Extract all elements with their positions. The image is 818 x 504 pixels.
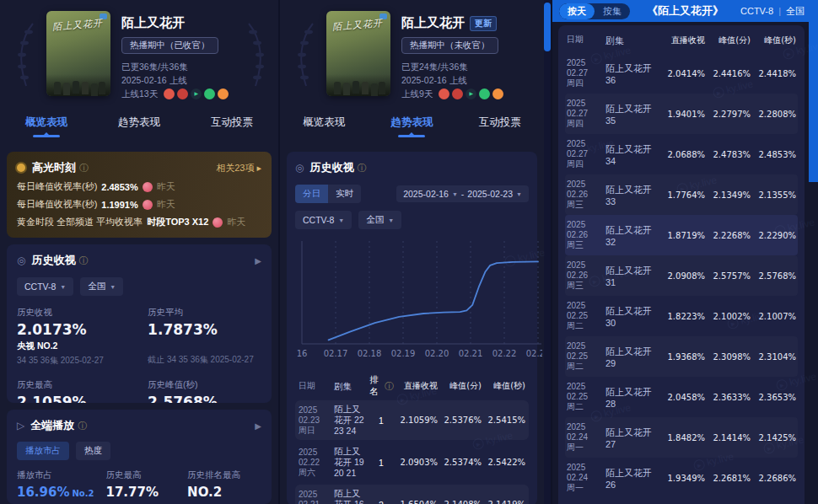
table-row[interactable]: 202502.25周二陌上又花开 301.8223%2.1002%2.1007% [565,296,798,336]
tab-overview[interactable]: 概览表现 [0,108,93,138]
table-row[interactable]: 202502.25周二陌上又花开 282.0458%2.3633%2.3653% [565,377,798,417]
show-title: 陌上又花开 [121,15,185,31]
tab-vote[interactable]: 互动投票 [456,108,544,138]
show-title: 陌上又花开 [401,15,465,31]
table-row[interactable]: 202502.26周三陌上又花开 312.0908%2.5757%2.5768% [565,255,798,296]
history-stat: 历史平均1.7873% 截止 34 35 36集 2025-02-27 [148,307,261,367]
episode-ratings-panel: 按天按集 《陌上又花开》 CCTV-8 | 全国 日期 剧集 直播收视 峰值(分… [552,0,818,504]
online-date: 2025-02-16 上线 [401,73,503,87]
highlight-title: 高光时刻 [32,160,76,175]
table-header: 日期 剧集 排名ⓘ 直播收视 峰值(分) 峰值(秒) [295,374,529,398]
show-panel-airing: 陌上又花开 陌上又花开 更新 热播期中（未收官） 已更24集/共36集 2025… [280,0,544,504]
channel-label[interactable]: CCTV-8 [740,6,773,16]
history-title: 历史收视 [31,253,75,268]
toggle-market-share[interactable]: 播放市占 [17,442,69,460]
show-poster[interactable]: 陌上又花开 [46,11,110,96]
tab-trend[interactable]: 趋势表现 [368,108,455,138]
history-stat: 历史峰值(秒)2.5768%31 32 33集 2025-02-26 [148,379,261,403]
scrollbar-thumb[interactable] [809,22,818,182]
info-icon: ⓘ [79,162,89,174]
right-scrollbar[interactable] [809,22,818,504]
update-badge: 更新 [470,16,497,31]
history-stat: 历史最高2.1059%22 23 24集 2025-02-23 [17,379,148,403]
playback-stat: 历史最高17.77%2025-02-23 [105,469,187,504]
platform-green-icon [479,88,490,99]
play-square-icon: ▷ [17,420,24,432]
table-row[interactable]: 202502.24周一陌上又花开 271.8482%2.1414%2.1425% [565,417,798,458]
show-poster[interactable]: 陌上又花开 [326,11,390,96]
history-stat: 历史收视2.0173%央视 NO.234 35 36集 2025-02-27 [17,307,148,367]
info-icon: ⓘ [78,255,88,267]
table-row[interactable]: 202502.23周日陌上又花开 22 23 2412.1059%2.5376%… [295,400,529,440]
toggle-realtime[interactable]: 实时 [328,185,361,203]
platform-play-icon: ▶ [191,88,202,99]
table-row[interactable]: 202502.27周四陌上又花开 342.0688%2.4783%2.4853% [565,134,798,174]
channel-select[interactable]: CCTV-8▼ [295,211,352,229]
highlight-icon [17,164,25,172]
table-row[interactable]: 202502.27周四陌上又花开 351.9401%2.2797%2.2808% [565,94,798,134]
chevron-down-icon: ▼ [60,284,66,290]
rank-label: No.2 [72,489,94,498]
table-row[interactable]: 202502.24周一陌上又花开 261.9349%2.2681%2.2686% [565,458,798,498]
toggle-by-day[interactable]: 分日 [295,185,328,203]
scrollbar-thumb[interactable] [544,3,551,51]
tab-vote[interactable]: 互动投票 [186,108,278,138]
highlight-row: 每日峰值收视率(秒)1.1991%昨天 [17,198,261,211]
day-episode-toggle: 按天按集 [559,3,630,19]
platform-green-icon [204,88,215,99]
table-row[interactable]: 202502.25周二陌上又花开 291.9368%2.3098%2.3104% [565,336,798,377]
related-link[interactable]: 相关23项 ▸ [216,162,261,174]
date-range-picker[interactable]: 2025-02-16 ▼ - 2025-02-23 ▼ [396,185,529,202]
trend-title: 历史收视 [309,160,353,175]
platform-icons: ▶ [164,88,229,99]
region-select[interactable]: 全国▼ [80,277,123,296]
platform-red-icon [439,88,449,99]
page-scrollbar[interactable] [544,0,551,504]
chevron-down-icon: ▼ [452,191,458,197]
rank-badge-icon [143,182,153,192]
highlight-row: 黄金时段 全部频道 平均收视率时段TOP3 X12昨天 [17,216,261,228]
playback-section: ▷ 全端播放 ⓘ ▶ 播放市占热度 播放市占16.96%No.22025-02-… [7,410,272,504]
rank-badge-icon [143,200,153,210]
laurel-left-icon [292,20,317,89]
toggle-by-episode[interactable]: 按集 [595,3,630,19]
table-row[interactable]: 202502.21周五陌上又花开 16 17 1821.6504%2.1408%… [295,485,529,504]
poster-caption: 陌上又花开 [331,16,388,34]
arrow-right-icon: ▸ [256,163,261,174]
tab-overview[interactable]: 概览表现 [280,108,368,138]
section-expand-icon[interactable]: ▶ [255,256,261,265]
online-days: 上线9天 [401,87,433,100]
svg-text:02.23: 02.23 [526,349,542,358]
history-ratings-section: ◎ 历史收视 ⓘ ▶ CCTV-8▼全国▼ 历史收视2.0173%央视 NO.2… [7,244,272,403]
playback-title: 全端播放 [30,418,74,433]
table-row[interactable]: 202502.26周三陌上又花开 331.7764%2.1349%2.1355% [565,174,798,215]
channel-select[interactable]: CCTV-8▼ [17,277,73,296]
date-from[interactable]: 2025-02-16 [403,189,449,199]
platform-crimson-icon [177,88,188,99]
toggle-heat[interactable]: 热度 [76,442,110,460]
show-panel-finished: 陌上又花开 陌上又花开 热播期中（已收官） 已更36集/共36集 2025-02… [0,0,278,504]
table-row[interactable]: 202502.27周四陌上又花开 362.0414%2.4416%2.4418% [565,53,798,94]
tab-trend[interactable]: 趋势表现 [93,108,186,138]
section-expand-icon[interactable]: ▶ [255,421,261,431]
status-badge: 热播期中（未收官） [401,37,498,54]
toggle-by-day[interactable]: 按天 [559,3,595,19]
table-row[interactable]: 202502.26周三陌上又花开 321.8719%2.2268%2.2290% [565,215,798,255]
region-select[interactable]: 全国▼ [358,211,401,229]
episode-progress: 已更36集/共36集 [121,60,229,73]
svg-text:02.20: 02.20 [425,349,449,358]
svg-text:16: 16 [297,349,308,358]
region-label[interactable]: 全国 [786,5,805,18]
chevron-down-icon: ▼ [388,217,394,223]
highlight-card: 高光时刻 ⓘ 相关23项 ▸ 每日峰值收视率(秒)2.4853%昨天每日峰值收视… [7,152,272,238]
table-row[interactable]: 202502.22周六陌上又花开 19 20 2112.0903%2.5374%… [295,442,529,482]
highlight-row: 每日峰值收视率(秒)2.4853%昨天 [17,180,261,193]
chevron-down-icon: ▼ [516,191,522,197]
episode-table: 日期 剧集 直播收视 峰值(分) 峰值(秒) 202502.27周四陌上又花开 … [558,25,805,504]
svg-text:02.18: 02.18 [358,349,382,358]
date-to[interactable]: 2025-02-23 [467,189,513,199]
poster-caption: 陌上又花开 [51,16,108,34]
trend-section: ◎ 历史收视 ⓘ 分日实时 2025-02-16 ▼ - 2025-02-23 … [287,152,537,504]
show-header: 陌上又花开 陌上又花开 更新 热播期中（未收官） 已更24集/共36集 2025… [280,0,544,108]
history-ratings-chart: 1602.1702.1802.1902.2002.2102.2202.23 [295,236,529,367]
